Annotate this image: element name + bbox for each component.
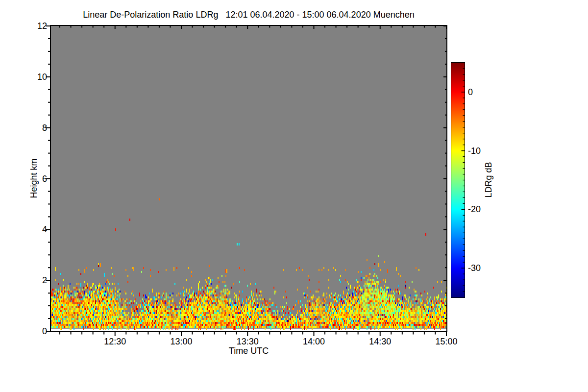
colorbar — [451, 62, 465, 298]
colorbar-tick-label: 0 — [468, 87, 497, 98]
ldr-time-height-figure: Linear De-Polarization Ratio LDRg 12:01 … — [0, 0, 588, 392]
y-tick-label: 4 — [18, 224, 47, 235]
y-tick-label: 12 — [18, 21, 47, 31]
colorbar-tick-label: -10 — [468, 146, 497, 156]
colorbar-tick-label: -20 — [468, 204, 497, 215]
x-tick-label: 15:00 — [424, 337, 468, 347]
y-tick-label: 2 — [18, 275, 47, 286]
y-tick-label: 10 — [18, 72, 47, 82]
x-tick-label: 14:30 — [358, 337, 402, 347]
y-tick-label: 0 — [18, 326, 47, 337]
y-tick-label: 8 — [18, 122, 47, 133]
x-tick-label: 14:00 — [292, 337, 336, 347]
plot-area — [50, 25, 447, 332]
x-tick-label: 12:30 — [93, 337, 137, 347]
heatmap-canvas — [51, 26, 446, 331]
chart-title: Linear De-Polarization Ratio LDRg 12:01 … — [51, 10, 446, 20]
colorbar-tick-label: -30 — [468, 263, 497, 273]
x-tick-label: 13:30 — [225, 337, 270, 347]
y-tick-label: 6 — [18, 173, 47, 184]
colorbar-gradient — [451, 63, 465, 297]
colorbar-label: LDRg dB — [484, 162, 494, 197]
x-tick-label: 13:00 — [159, 337, 203, 347]
x-axis-label: Time UTC — [51, 346, 446, 356]
